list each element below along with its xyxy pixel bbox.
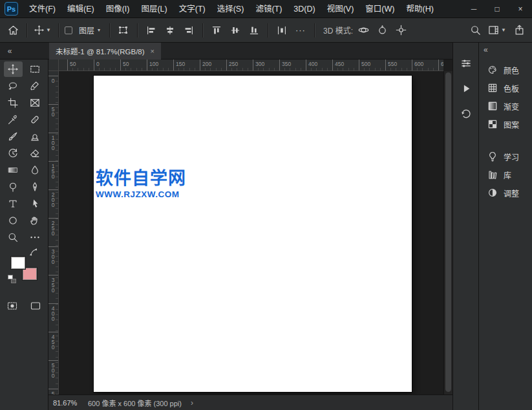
ellipse-tool[interactable] bbox=[4, 213, 23, 228]
lasso-tool[interactable] bbox=[4, 78, 23, 94]
eyedropper-tool[interactable] bbox=[4, 112, 23, 127]
marquee-icon bbox=[30, 64, 40, 74]
home-button[interactable] bbox=[5, 22, 21, 39]
auto-select-checkbox[interactable] bbox=[65, 27, 72, 34]
auto-select-layer-dropdown[interactable]: 图层 ▾ bbox=[76, 23, 103, 38]
align-middle-v-icon bbox=[230, 25, 240, 36]
panel-item-libraries[interactable]: 库 bbox=[479, 166, 532, 184]
tool-preset-move[interactable]: ▼ bbox=[33, 22, 52, 39]
divider bbox=[314, 23, 315, 38]
menu-item[interactable]: 图层(L) bbox=[135, 0, 173, 18]
swap-colors-icon[interactable] bbox=[30, 248, 38, 257]
panel-group-learn: 学习 库 调整 bbox=[479, 147, 532, 202]
more-options-button[interactable]: ··· bbox=[293, 25, 308, 35]
healing-brush-tool[interactable] bbox=[26, 112, 45, 127]
frame-tool[interactable] bbox=[26, 95, 45, 111]
quick-selection-tool[interactable] bbox=[26, 78, 45, 94]
ruler-label: 200 bbox=[48, 189, 58, 216]
scrollbar-thumb[interactable] bbox=[445, 72, 451, 392]
search-icon bbox=[470, 25, 481, 36]
clone-stamp-tool[interactable] bbox=[26, 129, 45, 144]
ruler-corner[interactable] bbox=[48, 59, 59, 71]
menu-item[interactable]: 视图(V) bbox=[321, 0, 360, 18]
dodge-tool[interactable] bbox=[4, 179, 23, 195]
clone-stamp-icon bbox=[30, 131, 40, 142]
minimize-button[interactable]: ─ bbox=[462, 0, 485, 18]
panel-item-label: 学习 bbox=[504, 151, 519, 162]
ruler-label: 400 bbox=[48, 303, 58, 330]
workspace-switcher[interactable]: ▼ bbox=[487, 22, 507, 39]
foreground-color-swatch[interactable] bbox=[11, 257, 25, 269]
close-button[interactable]: × bbox=[509, 0, 532, 18]
hand-tool[interactable] bbox=[26, 213, 45, 228]
search-button[interactable] bbox=[467, 22, 483, 39]
align-center-h-button[interactable] bbox=[162, 22, 178, 39]
panel-item-swatches[interactable]: 色板 bbox=[479, 79, 532, 97]
type-icon bbox=[8, 199, 18, 209]
horizontal-ruler[interactable]: 50 0 50 100 150 200 250 300 350 400 450 … bbox=[59, 59, 443, 71]
menu-item[interactable]: 文字(T) bbox=[173, 0, 211, 18]
blur-tool[interactable] bbox=[26, 162, 45, 178]
3d-roll-button[interactable] bbox=[375, 22, 390, 39]
panel-item-gradients[interactable]: 渐变 bbox=[479, 97, 532, 115]
rectangular-marquee-tool[interactable] bbox=[26, 61, 45, 77]
vertical-ruler[interactable]: 0 50 100 150 200 250 300 350 400 450 500… bbox=[48, 71, 59, 394]
align-right-icon bbox=[184, 25, 194, 36]
edit-toolbar-button[interactable] bbox=[26, 230, 45, 245]
align-middle-v-button[interactable] bbox=[228, 22, 243, 39]
path-selection-tool[interactable] bbox=[26, 196, 45, 211]
document-tab[interactable]: 未标题-1 @ 81.7%(RGB/8) × bbox=[49, 43, 161, 59]
panel-item-learn[interactable]: 学习 bbox=[479, 147, 532, 166]
default-colors-icon[interactable] bbox=[8, 275, 17, 284]
properties-panel-button[interactable] bbox=[458, 56, 474, 71]
brush-tool[interactable] bbox=[4, 129, 23, 144]
pen-tool[interactable] bbox=[26, 179, 45, 195]
panel-item-patterns[interactable]: 图案 bbox=[479, 115, 532, 133]
history-panel-button[interactable] bbox=[458, 106, 474, 122]
menu-item[interactable]: 编辑(E) bbox=[61, 0, 100, 18]
align-right-button[interactable] bbox=[181, 22, 197, 39]
panel-group-color: 颜色 色板 渐变 图案 bbox=[479, 61, 532, 133]
quick-mask-button[interactable] bbox=[3, 298, 22, 314]
distribute-button[interactable] bbox=[274, 22, 290, 39]
maximize-button[interactable]: □ bbox=[485, 0, 509, 18]
menu-item[interactable]: 帮助(H) bbox=[400, 0, 439, 18]
move-tool[interactable] bbox=[4, 61, 23, 77]
align-top-button[interactable] bbox=[209, 22, 224, 39]
menu-item[interactable]: 窗口(W) bbox=[359, 0, 400, 18]
crop-tool[interactable] bbox=[4, 95, 23, 111]
align-left-button[interactable] bbox=[144, 22, 159, 39]
status-popup-chevron[interactable]: › bbox=[191, 398, 193, 407]
canvas-viewport[interactable]: 软件自学网 WWW.RJZXW.COM bbox=[59, 71, 443, 394]
screen-mode-icon bbox=[30, 301, 41, 311]
history-brush-tool[interactable] bbox=[4, 146, 23, 161]
panel-item-adjustments[interactable]: 调整 bbox=[479, 184, 532, 202]
menu-item[interactable]: 文件(F) bbox=[23, 0, 61, 18]
ruler-label: 350 bbox=[279, 59, 306, 70]
screen-mode-button[interactable] bbox=[27, 298, 45, 314]
menu-item[interactable]: 选择(S) bbox=[211, 0, 250, 18]
menu-item[interactable]: 图像(I) bbox=[100, 0, 136, 18]
zoom-tool[interactable] bbox=[4, 230, 23, 245]
vertical-scrollbar[interactable] bbox=[443, 71, 452, 394]
share-button[interactable] bbox=[511, 22, 527, 39]
document-canvas[interactable]: 软件自学网 WWW.RJZXW.COM bbox=[94, 76, 412, 392]
lasso-icon bbox=[8, 81, 18, 91]
show-transform-controls-button[interactable] bbox=[116, 22, 131, 39]
panel-item-color[interactable]: 颜色 bbox=[479, 61, 532, 79]
ruler-label: 150 bbox=[173, 59, 200, 70]
panel-collapse-button[interactable]: « bbox=[479, 43, 532, 56]
background-color-swatch[interactable] bbox=[23, 268, 37, 280]
actions-panel-button[interactable] bbox=[458, 81, 474, 96]
tools-collapse-button[interactable]: « bbox=[0, 47, 19, 56]
menu-item[interactable]: 3D(D) bbox=[288, 0, 321, 18]
align-bottom-button[interactable] bbox=[246, 22, 262, 39]
eraser-tool[interactable] bbox=[26, 146, 45, 161]
zoom-level-field[interactable]: 81.67% bbox=[53, 399, 83, 407]
menu-item[interactable]: 滤镜(T) bbox=[250, 0, 288, 18]
tab-close-icon[interactable]: × bbox=[151, 47, 154, 55]
3d-orbit-button[interactable] bbox=[356, 22, 372, 39]
3d-pan-button[interactable] bbox=[394, 22, 409, 39]
type-tool[interactable] bbox=[4, 196, 23, 211]
gradient-tool[interactable] bbox=[4, 162, 23, 178]
